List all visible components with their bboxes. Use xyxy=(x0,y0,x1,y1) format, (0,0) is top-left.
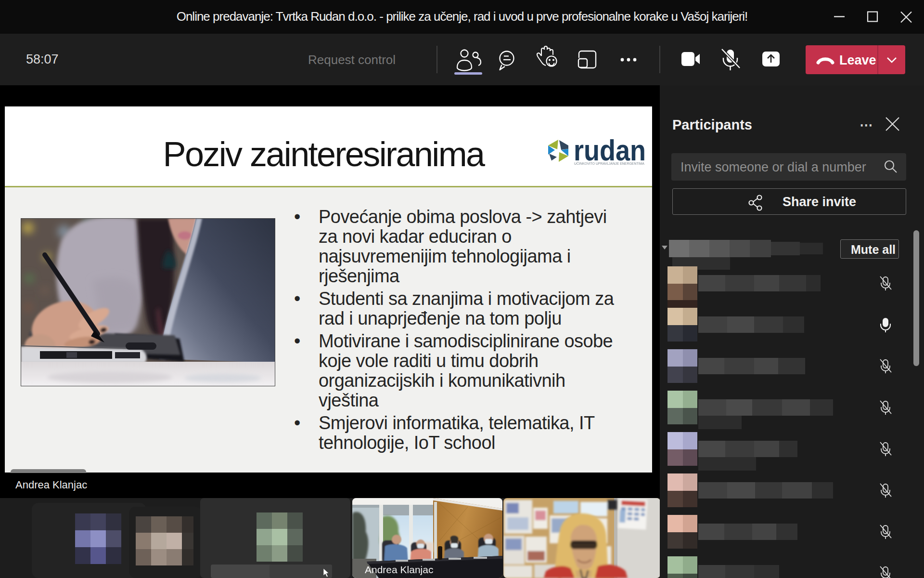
svg-text:UČINKOVITO UPRAVLJANJE ENERGEN: UČINKOVITO UPRAVLJANJE ENERGENTIMA xyxy=(574,161,644,166)
svg-text:Leave: Leave xyxy=(839,53,876,67)
svg-text:Andrea Klanjac: Andrea Klanjac xyxy=(365,564,433,575)
